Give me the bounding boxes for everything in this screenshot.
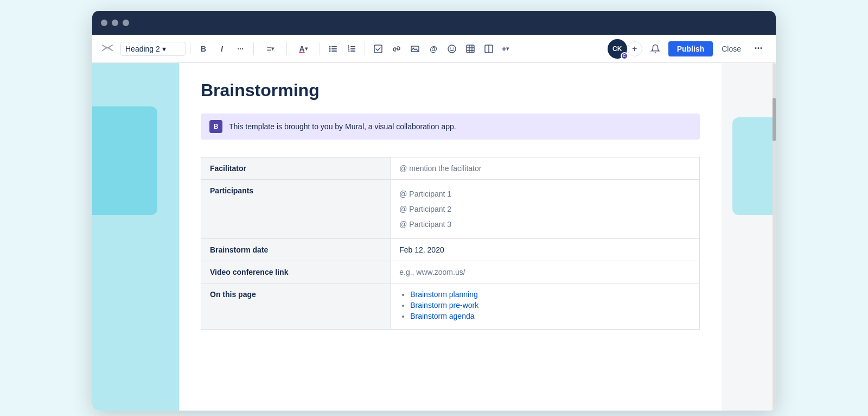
table-row: Participants @ Participant 1 @ Participa… (201, 180, 700, 239)
divider-4 (320, 42, 320, 55)
on-this-page-label: On this page (201, 283, 391, 330)
avatar[interactable]: CK C (608, 39, 627, 59)
svg-rect-7 (350, 46, 355, 47)
svg-rect-9 (350, 48, 355, 49)
close-button[interactable]: Close (717, 41, 745, 56)
video-conference-label: Video conference link (201, 261, 391, 283)
brainstorm-date-label: Brainstorm date (201, 239, 391, 261)
svg-rect-3 (331, 48, 337, 49)
mention-button[interactable]: @ (425, 40, 442, 58)
align-button[interactable]: ≡ ▾ (258, 40, 282, 58)
avatar-initials: CK (612, 45, 622, 53)
participants-value[interactable]: @ Participant 1 @ Participant 2 @ Partic… (391, 180, 700, 239)
align-dropdown-icon: ▾ (271, 46, 274, 52)
more-format-button[interactable]: ··· (232, 40, 249, 58)
brainstorm-prework-link[interactable]: Brainstorm pre-work (410, 301, 478, 310)
insert-group: @ (369, 40, 512, 58)
table-row: On this page Brainstorm planning Brainst… (201, 283, 700, 330)
toolbar-right: CK C + Publish Close ··· (608, 39, 767, 59)
participant-1: @ Participant 1 (399, 186, 691, 201)
content-area: Brainstorming B This template is brought… (92, 63, 776, 411)
add-collaborator-button[interactable]: + (627, 41, 642, 56)
table-row: Brainstorm date Feb 12, 2020 (201, 239, 700, 261)
template-notice-icon: B (209, 120, 222, 133)
svg-point-17 (450, 47, 451, 48)
svg-point-18 (453, 47, 454, 48)
scrollbar-thumb[interactable] (773, 98, 776, 141)
divider-5 (365, 42, 365, 55)
insert-more-button[interactable]: +▾ (499, 40, 512, 58)
task-button[interactable] (369, 40, 387, 58)
page-title: Brainstorming (201, 80, 700, 100)
facilitator-label: Facilitator (201, 157, 391, 180)
brainstorm-planning-link[interactable]: Brainstorm planning (410, 290, 478, 299)
svg-point-2 (329, 48, 331, 49)
confluence-logo[interactable] (101, 41, 114, 56)
template-notice-text: This template is brought to you by Mural… (229, 122, 456, 131)
divider-1 (190, 42, 190, 55)
title-bar (92, 11, 776, 35)
participants-label: Participants (201, 180, 391, 239)
left-deco-shape (92, 106, 157, 215)
text-color-dropdown-icon: ▾ (305, 46, 308, 52)
avatar-badge: C (621, 52, 628, 60)
svg-point-4 (329, 50, 331, 52)
left-decoration (92, 63, 179, 411)
heading-dropdown-icon: ▾ (162, 45, 166, 53)
text-color-label: A (299, 45, 304, 53)
template-notice: B This template is brought to you by Mur… (201, 114, 700, 140)
brainstorm-agenda-link[interactable]: Brainstorm agenda (410, 312, 474, 320)
svg-point-0 (329, 46, 331, 47)
facilitator-value[interactable]: @ mention the facilitator (391, 157, 700, 180)
app-window: Heading 2 ▾ B I ··· ≡ ▾ A ▾ (92, 11, 776, 411)
svg-rect-11 (350, 51, 355, 52)
traffic-light-2 (112, 20, 118, 26)
editor[interactable]: Brainstorming B This template is brought… (179, 63, 722, 411)
link-button[interactable] (388, 40, 405, 58)
scrollbar[interactable] (773, 63, 776, 411)
layout-button[interactable] (480, 40, 497, 58)
video-conference-value[interactable]: e.g., www.zoom.us/ (391, 261, 700, 283)
notification-button[interactable] (647, 40, 664, 58)
text-color-button[interactable]: A ▾ (291, 40, 315, 58)
add-icon: + (632, 44, 637, 54)
svg-rect-12 (374, 45, 382, 53)
info-table: Facilitator @ mention the facilitator Pa… (201, 157, 700, 330)
on-this-page-value: Brainstorm planning Brainstorm pre-work … (391, 283, 700, 330)
list-group: 1. 2. 3. (324, 40, 360, 58)
table-row: Video conference link e.g., www.zoom.us/ (201, 261, 700, 283)
participant-2: @ Participant 2 (399, 201, 691, 217)
emoji-button[interactable] (443, 40, 461, 58)
align-icon: ≡ (266, 45, 271, 53)
image-button[interactable] (406, 40, 424, 58)
traffic-light-1 (101, 20, 107, 26)
heading-selector[interactable]: Heading 2 ▾ (120, 42, 186, 56)
bold-button[interactable]: B (195, 40, 212, 58)
publish-button[interactable]: Publish (668, 41, 713, 56)
participant-3: @ Participant 3 (399, 217, 691, 232)
svg-rect-1 (331, 46, 337, 47)
traffic-light-3 (123, 20, 129, 26)
text-format-group: B I ··· (195, 40, 249, 58)
numbered-list-button[interactable]: 1. 2. 3. (343, 40, 360, 58)
table-button[interactable] (462, 40, 479, 58)
heading-selector-label: Heading 2 (125, 45, 160, 53)
bullet-list-button[interactable] (324, 40, 342, 58)
toolbar: Heading 2 ▾ B I ··· ≡ ▾ A ▾ (92, 35, 776, 63)
divider-2 (253, 42, 254, 55)
more-options-button[interactable]: ··· (750, 40, 767, 58)
svg-rect-5 (331, 51, 337, 52)
right-decoration (722, 63, 776, 411)
brainstorm-date-value[interactable]: Feb 12, 2020 (391, 239, 700, 261)
svg-rect-19 (467, 45, 474, 53)
svg-text:3.: 3. (348, 49, 350, 52)
right-deco-shape (732, 117, 776, 215)
italic-button[interactable]: I (213, 40, 231, 58)
divider-3 (286, 42, 287, 55)
table-row: Facilitator @ mention the facilitator (201, 157, 700, 180)
svg-point-16 (448, 45, 456, 53)
